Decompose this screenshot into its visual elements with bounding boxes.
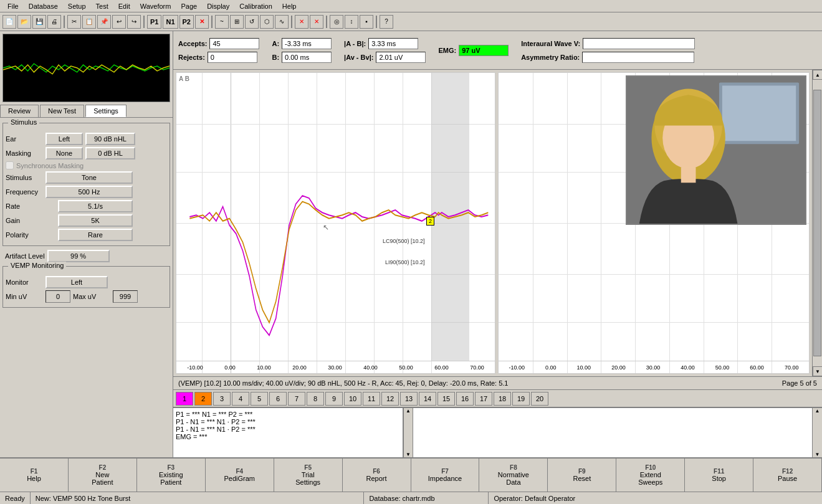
page-tab-12[interactable]: 12 xyxy=(381,392,399,406)
toolbar-grid[interactable]: ⊞ xyxy=(230,15,244,29)
page-tab-7[interactable]: 7 xyxy=(288,392,305,406)
scroll-up[interactable]: ▲ xyxy=(813,70,822,80)
toolbar-cut[interactable]: ✂ xyxy=(67,15,81,29)
toolbar-save[interactable]: 💾 xyxy=(32,15,46,29)
menu-waveform[interactable]: Waveform xyxy=(135,1,176,11)
fkey-f8[interactable]: F8 Normative Data xyxy=(479,459,548,492)
fkey-f10[interactable]: F10 Extend Sweeps xyxy=(616,459,685,492)
toolbar-wave[interactable]: ~ xyxy=(215,15,229,29)
toolbar-redo[interactable]: ↪ xyxy=(127,15,141,29)
gain-btn[interactable]: 5K xyxy=(58,214,133,227)
toolbar-square[interactable]: ▪ xyxy=(360,15,373,29)
max-input[interactable]: 999 xyxy=(113,290,138,303)
page-tab-20[interactable]: 20 xyxy=(531,392,548,406)
fkey-f2[interactable]: F2 New Patient xyxy=(69,459,137,492)
fkey-f6[interactable]: F6 Report xyxy=(343,459,411,492)
page-tab-16[interactable]: 16 xyxy=(456,392,474,406)
tab-new-test[interactable]: New Test xyxy=(40,105,84,117)
page-tab-10[interactable]: 10 xyxy=(344,392,361,406)
page-tab-18[interactable]: 18 xyxy=(494,392,511,406)
fkey-f12[interactable]: F12 Pause xyxy=(753,459,822,492)
page-tab-14[interactable]: 14 xyxy=(419,392,436,406)
toolbar-copy[interactable]: 📋 xyxy=(82,15,96,29)
tab-review[interactable]: Review xyxy=(0,105,39,117)
page-tab-15[interactable]: 15 xyxy=(437,392,455,406)
page-tab-9[interactable]: 9 xyxy=(325,392,343,406)
scroll-down[interactable]: ▼ xyxy=(813,366,822,376)
stimulus-type-btn[interactable]: Tone xyxy=(45,171,133,184)
page-tab-4[interactable]: 4 xyxy=(232,392,249,406)
rate-btn[interactable]: 5.1/s xyxy=(58,200,133,212)
fkey-f11[interactable]: F11 Stop xyxy=(685,459,753,492)
polarity-btn[interactable]: Rare xyxy=(58,229,133,241)
page-tab-1[interactable]: 1 xyxy=(176,392,193,406)
toolbar-undo[interactable]: ↩ xyxy=(112,15,126,29)
page-tab-11[interactable]: 11 xyxy=(363,392,380,406)
ab-item: |A - B|: 3.33 ms xyxy=(344,38,426,49)
scroll-down-left[interactable]: ▼ xyxy=(406,452,411,457)
output-line-4: EMG = *** xyxy=(176,433,400,440)
toolbar-target[interactable]: ◎ xyxy=(330,15,343,29)
toolbar-paste[interactable]: 📌 xyxy=(97,15,111,29)
vemp-group-title: VEMP Monitoring xyxy=(8,262,66,269)
toolbar-n1[interactable]: N1 xyxy=(163,15,178,29)
scroll-down-right[interactable]: ▼ xyxy=(815,452,820,457)
page-tab-2[interactable]: 2 xyxy=(194,392,212,406)
masking-value-btn[interactable]: None xyxy=(45,147,83,159)
toolbar-hex[interactable]: ⬡ xyxy=(260,15,274,29)
scroll-thumb[interactable] xyxy=(813,90,821,356)
fkey-f5[interactable]: F5 Trial Settings xyxy=(274,459,343,492)
toolbar-cancel2[interactable]: ✕ xyxy=(310,15,323,29)
frequency-btn[interactable]: 500 Hz xyxy=(45,186,133,198)
fkey-f3[interactable]: F3 Existing Patient xyxy=(137,459,206,492)
output-right-scrollbar[interactable]: ▲ ▼ xyxy=(812,408,822,457)
page-tab-6[interactable]: 6 xyxy=(269,392,287,406)
toolbar-arrows[interactable]: ↕ xyxy=(345,15,358,29)
menu-display[interactable]: Display xyxy=(202,1,234,11)
toolbar-p1[interactable]: P1 xyxy=(147,15,161,29)
toolbar-help[interactable]: ? xyxy=(380,15,393,29)
page-tab-13[interactable]: 13 xyxy=(400,392,418,406)
menu-database[interactable]: Database xyxy=(24,1,63,11)
page-tab-17[interactable]: 17 xyxy=(475,392,492,406)
tab-settings[interactable]: Settings xyxy=(85,105,127,117)
fkey-f1[interactable]: F1 Help xyxy=(0,459,69,492)
toolbar-sine[interactable]: ∿ xyxy=(275,15,289,29)
menu-edit[interactable]: Edit xyxy=(113,1,135,11)
menu-calibration[interactable]: Calibration xyxy=(234,1,277,11)
chart-left[interactable]: A B 2 LC90(500) [10.2] LI90(500) [10.2] xyxy=(176,72,495,374)
fkey-f9[interactable]: F9 Reset xyxy=(548,459,616,492)
toolbar-x[interactable]: ✕ xyxy=(195,15,209,29)
min-input[interactable]: 0 xyxy=(45,290,70,303)
toolbar-open[interactable]: 📂 xyxy=(17,15,31,29)
toolbar-print[interactable]: 🖨 xyxy=(47,15,61,29)
page-tab-5[interactable]: 5 xyxy=(251,392,268,406)
fkey-f4[interactable]: F4 PediGram xyxy=(206,459,274,492)
menu-test[interactable]: Test xyxy=(91,1,113,11)
output-left-scrollbar[interactable]: ▲ ▼ xyxy=(403,408,413,457)
toolbar-refresh[interactable]: ↺ xyxy=(245,15,259,29)
fkey-f5-name: Trial Settings xyxy=(295,471,320,486)
fkey-f11-name: Stop xyxy=(712,475,726,482)
page-tab-8[interactable]: 8 xyxy=(307,392,324,406)
fkey-f7[interactable]: F7 Impedance xyxy=(411,459,480,492)
menu-help[interactable]: Help xyxy=(277,1,302,11)
scroll-up-left[interactable]: ▲ xyxy=(406,408,411,414)
menu-file[interactable]: File xyxy=(2,1,24,11)
ab-label: |A - B|: xyxy=(344,40,366,47)
ear-level-btn[interactable]: 90 dB nHL xyxy=(85,133,135,145)
sync-masking-checkbox xyxy=(6,161,14,169)
scroll-up-right[interactable]: ▲ xyxy=(815,408,820,414)
artifact-btn[interactable]: 99 % xyxy=(47,250,110,262)
toolbar-cancel[interactable]: ✕ xyxy=(295,15,308,29)
toolbar-p2[interactable]: P2 xyxy=(179,15,194,29)
masking-level-btn[interactable]: 0 dB HL xyxy=(85,147,135,159)
ear-value-btn[interactable]: Left xyxy=(45,133,83,145)
page-tab-19[interactable]: 19 xyxy=(512,392,530,406)
menu-page[interactable]: Page xyxy=(176,1,202,11)
toolbar-new[interactable]: 📄 xyxy=(2,15,16,29)
monitor-btn[interactable]: Left xyxy=(45,276,108,288)
chart-scrollbar[interactable]: ▲ ▼ xyxy=(812,70,822,376)
page-tab-3[interactable]: 3 xyxy=(213,392,231,406)
menu-setup[interactable]: Setup xyxy=(63,1,91,11)
